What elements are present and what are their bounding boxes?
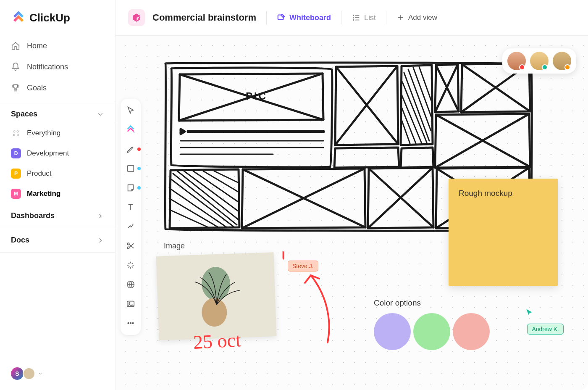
sticky-note-text: Rough mockup xyxy=(459,189,512,198)
tool-web[interactable] xyxy=(125,279,136,290)
app-name: ClickUp xyxy=(29,11,70,24)
square-icon xyxy=(126,164,135,173)
caret-down-icon xyxy=(38,371,43,376)
tool-ai[interactable] xyxy=(125,259,136,271)
svg-line-34 xyxy=(402,95,422,143)
clickup-logo-icon xyxy=(11,10,26,25)
sparkle-icon xyxy=(126,261,135,270)
space-product-label: Product xyxy=(27,169,52,178)
tool-more[interactable] xyxy=(125,317,136,329)
nav-docs[interactable]: Docs xyxy=(0,228,115,253)
svg-line-32 xyxy=(408,69,431,131)
view-whiteboard[interactable]: Whiteboard xyxy=(277,13,331,22)
collaborator-avatars[interactable] xyxy=(502,48,576,74)
svg-line-54 xyxy=(214,171,239,183)
chevron-right-icon xyxy=(97,237,104,244)
pointer-icon xyxy=(126,106,135,115)
space-development[interactable]: D Development xyxy=(0,143,115,163)
svg-text:+: + xyxy=(133,130,135,134)
nav-notifications[interactable]: Notifications xyxy=(0,56,115,77)
svg-line-47 xyxy=(171,179,234,227)
space-development-label: Development xyxy=(27,149,69,158)
svg-line-50 xyxy=(171,211,208,227)
space-product[interactable]: P Product xyxy=(0,163,115,184)
clickup-plus-icon: + xyxy=(126,125,135,134)
avatar-user-3[interactable] xyxy=(553,52,571,70)
svg-line-45 xyxy=(173,174,237,225)
divider xyxy=(266,11,267,24)
add-view-label: Add view xyxy=(408,13,437,22)
sticky-note[interactable]: Rough mockup xyxy=(449,179,558,286)
space-marketing-icon: M xyxy=(11,189,21,199)
tool-shape[interactable] xyxy=(125,163,136,174)
whiteboard-icon xyxy=(277,13,286,22)
color-swatch-green[interactable] xyxy=(413,313,450,350)
add-view-button[interactable]: Add view xyxy=(396,13,437,22)
chevron-right-icon xyxy=(97,212,104,220)
tool-image[interactable] xyxy=(125,298,136,310)
scissors-icon xyxy=(126,241,135,250)
space-product-icon: P xyxy=(11,169,21,179)
color-options xyxy=(374,313,490,350)
divider xyxy=(341,11,341,24)
nav-home-label: Home xyxy=(27,42,47,50)
svg-point-0 xyxy=(13,131,15,132)
tool-rail: + xyxy=(121,99,141,335)
image-label: Image xyxy=(164,242,185,250)
svg-rect-14 xyxy=(128,166,134,172)
spaces-header[interactable]: Spaces xyxy=(0,102,115,123)
svg-point-21 xyxy=(130,323,131,324)
tool-pen[interactable] xyxy=(125,143,136,155)
hand-drawn-arrow xyxy=(294,267,336,347)
svg-point-2 xyxy=(13,134,15,136)
avatar-user-1[interactable] xyxy=(507,52,526,70)
note-icon xyxy=(126,183,135,192)
nav-home[interactable]: Home xyxy=(0,35,115,56)
avatar-user-2[interactable] xyxy=(530,52,549,70)
svg-line-51 xyxy=(184,171,239,211)
svg-point-9 xyxy=(353,20,354,21)
user-avatar-initial: S xyxy=(11,367,24,380)
nav-goals[interactable]: Goals xyxy=(0,77,115,98)
color-swatch-pink[interactable] xyxy=(453,313,490,350)
svg-line-52 xyxy=(193,171,239,202)
topbar: Commercial brainstorm Whiteboard List Ad… xyxy=(116,0,588,36)
svg-point-5 xyxy=(353,15,354,16)
tool-connector[interactable] xyxy=(125,221,136,232)
more-icon xyxy=(126,319,135,328)
app-logo[interactable]: ClickUp xyxy=(0,10,115,35)
sidebar: ClickUp Home Notifications Goals Spaces … xyxy=(0,0,116,390)
andrew-cursor-icon xyxy=(525,308,533,318)
plus-icon xyxy=(396,14,404,21)
trophy-icon xyxy=(11,83,20,92)
svg-point-22 xyxy=(132,323,134,324)
space-marketing[interactable]: M Marketing xyxy=(0,184,115,204)
home-icon xyxy=(11,41,20,50)
view-list[interactable]: List xyxy=(352,13,376,22)
user-menu[interactable]: S xyxy=(0,367,115,380)
tool-pointer[interactable] xyxy=(125,105,136,116)
space-everything[interactable]: Everything xyxy=(0,123,115,143)
bell-icon xyxy=(11,62,20,71)
divider xyxy=(386,11,386,24)
tool-text[interactable] xyxy=(125,201,136,213)
globe-icon xyxy=(126,280,135,289)
main-area: Commercial brainstorm Whiteboard List Ad… xyxy=(116,0,588,390)
tool-scissors[interactable] xyxy=(125,240,136,252)
color-swatch-purple[interactable] xyxy=(374,313,411,350)
image-card[interactable] xyxy=(156,252,277,340)
nav-dashboards-label: Dashboards xyxy=(11,211,55,220)
workspace-icon[interactable] xyxy=(128,9,145,26)
space-everything-label: Everything xyxy=(27,129,60,137)
list-icon xyxy=(352,13,361,22)
plant-illustration xyxy=(186,262,247,331)
tool-sticky[interactable] xyxy=(125,182,136,194)
nav-dashboards[interactable]: Dashboards xyxy=(0,204,115,228)
whiteboard-canvas[interactable]: + xyxy=(116,36,588,390)
pen-icon xyxy=(126,145,135,154)
color-options-title: Color options xyxy=(374,298,421,308)
svg-point-3 xyxy=(17,134,18,136)
svg-line-38 xyxy=(419,67,432,102)
grid-icon xyxy=(11,128,21,138)
tool-clickup[interactable]: + xyxy=(125,124,136,136)
